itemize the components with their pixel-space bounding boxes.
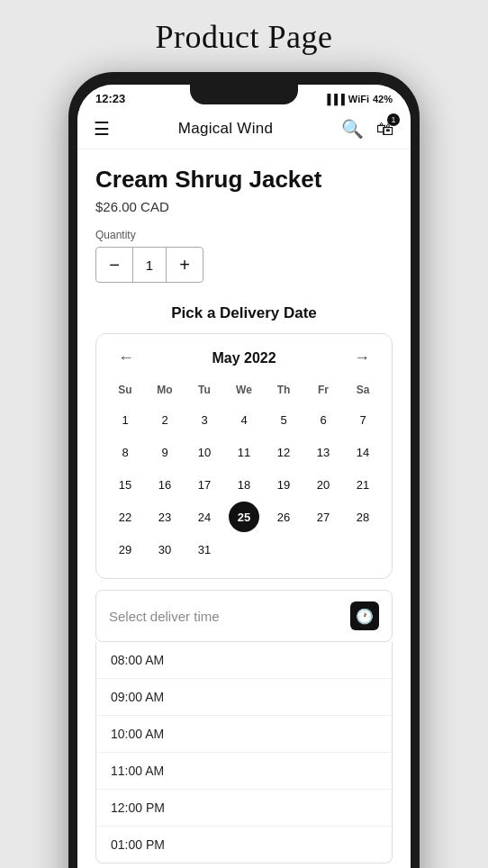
cart-icon-wrap[interactable]: 🛍 1 [376,119,394,140]
signal-icon: ▐▐▐ [323,94,344,104]
calendar-days: 1234567891011121314151617181920212223242… [105,403,383,565]
calendar-day-27[interactable]: 27 [308,502,339,532]
calendar-day-16[interactable]: 16 [149,469,180,500]
calendar-day-19[interactable]: 19 [268,469,299,500]
calendar-day-7[interactable]: 7 [348,404,378,435]
calendar-month: May 2022 [212,350,276,366]
top-nav: ☰ Magical Wind 🔍 🛍 1 [77,109,411,149]
store-name: Magical Wind [178,120,274,138]
status-time: 12:23 [95,92,125,105]
calendar-day-31[interactable]: 31 [189,534,220,565]
content: Cream Shrug Jacket $26.00 CAD Quantity −… [77,149,411,863]
calendar-day-24[interactable]: 24 [189,502,220,532]
time-option-1[interactable]: 09:00 AM [96,679,392,716]
calendar-day-30[interactable]: 30 [149,534,180,565]
product-name: Cream Shrug Jacket [95,166,393,194]
calendar-day-23[interactable]: 23 [149,502,180,532]
calendar-day-4[interactable]: 4 [229,404,259,435]
time-select-bar[interactable]: Select deliver time 🕐 [95,590,393,642]
time-option-3[interactable]: 11:00 AM [96,753,392,790]
calendar-day-26[interactable]: 26 [268,502,299,532]
calendar-grid: Su Mo Tu We Th Fr Sa [105,380,383,403]
calendar-day-22[interactable]: 22 [110,502,140,532]
calendar-day-18[interactable]: 18 [229,469,259,500]
dow-we: We [224,380,264,403]
dow-su: Su [105,380,145,403]
dow-mo: Mo [145,380,185,403]
calendar-day-25[interactable]: 25 [229,502,259,532]
delivery-section: Pick a Delivery Date ← May 2022 → Su Mo … [95,304,393,863]
calendar-day-29[interactable]: 29 [110,534,140,565]
calendar-day-8[interactable]: 8 [110,437,140,467]
dow-fr: Fr [303,380,343,403]
quantity-increase-button[interactable]: + [167,248,203,282]
time-list: 08:00 AM09:00 AM10:00 AM11:00 AM12:00 PM… [95,642,393,863]
time-option-4[interactable]: 12:00 PM [96,790,392,827]
status-icons: ▐▐▐ WiFi 42% [323,94,393,104]
page-title: Product Page [156,18,333,56]
calendar-day-20[interactable]: 20 [308,469,339,500]
calendar-day-15[interactable]: 15 [110,469,140,500]
time-select-placeholder: Select deliver time [109,609,220,624]
dow-th: Th [264,380,303,403]
calendar-prev-button[interactable]: ← [111,347,141,369]
calendar-day-14[interactable]: 14 [348,437,378,467]
time-option-5[interactable]: 01:00 PM [96,827,392,863]
time-option-2[interactable]: 10:00 AM [96,716,392,753]
product-price: $26.00 CAD [95,199,393,214]
dow-sa: Sa [343,380,383,403]
cart-badge: 1 [387,113,400,126]
menu-icon[interactable]: ☰ [94,118,110,140]
search-icon[interactable]: 🔍 [341,118,364,140]
calendar-day-5[interactable]: 5 [268,404,299,435]
calendar-day-2[interactable]: 2 [149,404,180,435]
calendar-day-3[interactable]: 3 [189,404,220,435]
calendar-day-6[interactable]: 6 [308,404,339,435]
phone-frame: 12:23 ▐▐▐ WiFi 42% ☰ Magical Wind 🔍 🛍 1 … [68,72,420,868]
delivery-heading: Pick a Delivery Date [95,304,393,322]
calendar-day-11[interactable]: 11 [229,437,259,467]
calendar-day-21[interactable]: 21 [348,469,378,500]
quantity-decrease-button[interactable]: − [96,248,132,282]
calendar-day-13[interactable]: 13 [308,437,339,467]
calendar-day-9[interactable]: 9 [149,437,180,467]
quantity-label: Quantity [95,229,393,241]
phone-screen: 12:23 ▐▐▐ WiFi 42% ☰ Magical Wind 🔍 🛍 1 … [77,85,411,868]
clock-symbol: 🕐 [356,608,374,625]
calendar-next-button[interactable]: → [347,347,377,369]
quantity-value: 1 [132,248,167,282]
dow-tu: Tu [185,380,224,403]
calendar-day-17[interactable]: 17 [189,469,220,500]
calendar-day-1[interactable]: 1 [110,404,140,435]
calendar-header: ← May 2022 → [105,347,383,369]
calendar-day-12[interactable]: 12 [268,437,299,467]
nav-right: 🔍 🛍 1 [341,118,394,140]
calendar-day-28[interactable]: 28 [348,502,378,532]
wifi-icon: WiFi [348,94,369,104]
phone-notch [190,85,298,104]
clock-icon: 🕐 [350,601,379,630]
battery-icon: 42% [373,94,393,104]
calendar-day-10[interactable]: 10 [189,437,220,467]
calendar-card: ← May 2022 → Su Mo Tu We Th Fr Sa [95,333,393,579]
quantity-control: − 1 + [95,247,203,283]
time-option-0[interactable]: 08:00 AM [96,642,392,679]
